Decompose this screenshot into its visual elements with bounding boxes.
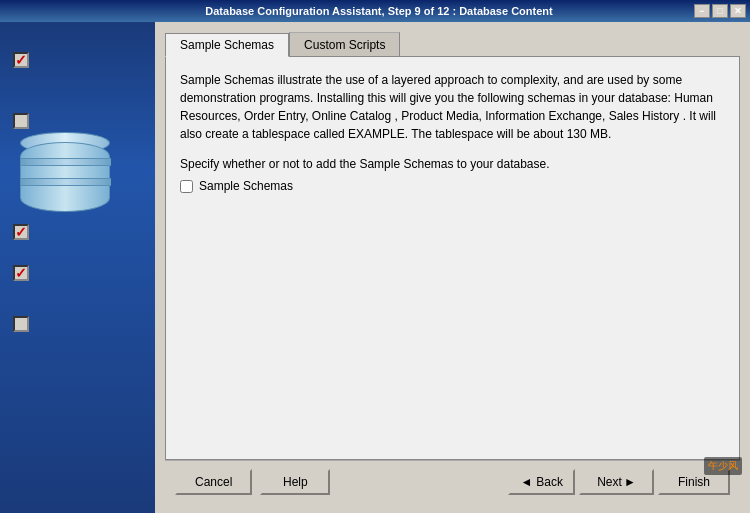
main-container: ✓ ✓ ✓ [0,22,750,513]
bottom-bar: Cancel Help ◄ Back Next ► Finish [165,460,740,503]
finish-button[interactable]: Finish [658,469,730,495]
sidebar-item-4: ✓ [13,265,143,281]
sidebar-checkbox-4[interactable]: ✓ [13,265,29,281]
minimize-button[interactable]: − [694,4,710,18]
right-buttons: ◄ Back Next ► Finish [508,469,730,495]
help-button[interactable]: Help [260,469,330,495]
next-button[interactable]: Next ► [579,469,654,495]
sample-schemas-checkbox-row: Sample Schemas [180,179,725,193]
sidebar-checkbox-5[interactable] [13,316,29,332]
sidebar: ✓ ✓ ✓ [0,22,155,513]
tab-sample-schemas[interactable]: Sample Schemas [165,33,289,57]
sample-schemas-checkbox[interactable] [180,180,193,193]
sidebar-checkbox-1[interactable]: ✓ [13,52,29,68]
database-icon [20,142,110,232]
left-buttons: Cancel Help [175,469,330,495]
tab-content-sample-schemas: Sample Schemas illustrate the use of a l… [165,56,740,460]
sidebar-checkbox-2[interactable] [13,113,29,129]
close-button[interactable]: ✕ [730,4,746,18]
sidebar-item-1: ✓ [13,52,143,68]
tab-bar: Sample Schemas Custom Scripts [165,32,740,56]
specify-text: Specify whether or not to add the Sample… [180,157,725,171]
sidebar-item-2 [13,113,143,129]
content-panel: Sample Schemas Custom Scripts Sample Sch… [155,22,750,513]
window-title: Database Configuration Assistant, Step 9… [64,5,694,17]
title-bar: Database Configuration Assistant, Step 9… [0,0,750,22]
window-controls: − □ ✕ [694,4,746,18]
sample-schemas-label: Sample Schemas [199,179,293,193]
description-text: Sample Schemas illustrate the use of a l… [180,71,725,143]
maximize-button[interactable]: □ [712,4,728,18]
cancel-button[interactable]: Cancel [175,469,252,495]
back-button[interactable]: ◄ Back [508,469,575,495]
tab-custom-scripts[interactable]: Custom Scripts [289,32,400,56]
sidebar-item-5 [13,316,143,332]
